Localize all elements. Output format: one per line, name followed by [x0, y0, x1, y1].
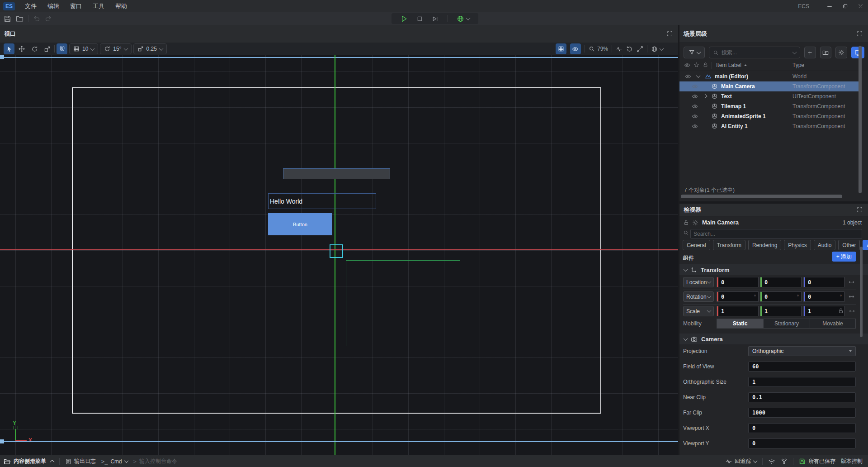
hierarchy-row-tilemap[interactable]: Tilemap 1 TransformComponent [679, 101, 859, 111]
menu-window[interactable]: 窗口 [65, 0, 87, 12]
display-mode-button[interactable] [851, 47, 864, 58]
add-folder-button[interactable] [820, 47, 832, 58]
hierarchy-row-main-camera[interactable]: Main Camera TransformComponent [679, 81, 859, 91]
reset-view-button[interactable] [626, 46, 633, 52]
save-button[interactable] [4, 15, 11, 23]
console-command-input[interactable]: > 输入控制台命令 [133, 457, 177, 465]
camera-section-header[interactable]: Camera [679, 334, 868, 344]
collapse-chevron-icon[interactable] [696, 73, 701, 78]
mobility-movable[interactable]: Movable [810, 319, 856, 329]
grid-snap-dropdown[interactable]: 10 [69, 43, 98, 54]
orthographic-size-input[interactable]: 1 [748, 377, 856, 387]
move-tool[interactable] [16, 43, 27, 54]
tilemap-object[interactable] [283, 168, 390, 179]
fullscreen-icon[interactable] [857, 207, 863, 213]
ui-canvas-handle[interactable] [0, 55, 4, 59]
visibility-toggle-button[interactable] [570, 43, 581, 54]
eye-icon[interactable] [692, 113, 698, 119]
save-status[interactable]: 所有已保存 [799, 457, 835, 465]
location-y-field[interactable]: 0 [760, 277, 802, 287]
maximize-button[interactable] [837, 0, 853, 12]
tab-rendering[interactable]: Rendering [748, 240, 781, 250]
eye-icon[interactable] [692, 123, 698, 129]
scene-canvas[interactable]: Hello World Button Y X [0, 55, 678, 455]
lock-icon[interactable] [683, 219, 689, 226]
zoom-control[interactable]: 79% [589, 46, 608, 52]
link-values-icon[interactable] [849, 308, 855, 315]
near-clip-input[interactable]: 0.1 [748, 392, 856, 402]
eye-icon[interactable] [692, 103, 698, 110]
text-object[interactable]: Hello World [268, 193, 376, 209]
scale-tool[interactable] [42, 43, 52, 54]
tab-physics[interactable]: Physics [784, 240, 811, 250]
step-button[interactable] [432, 15, 439, 22]
sort-by-type-header[interactable]: Type [793, 62, 804, 68]
scale-snap-dropdown[interactable]: 0.25 [133, 43, 167, 54]
viewport-y-input[interactable]: 0 [748, 438, 856, 448]
output-log-button[interactable]: 输出日志 [65, 457, 96, 465]
branch-icon[interactable] [781, 458, 788, 465]
favorite-column-toggle[interactable] [693, 62, 699, 68]
location-x-field[interactable]: 0 [717, 277, 759, 287]
vertical-scrollbar[interactable] [859, 46, 862, 193]
link-values-icon[interactable] [848, 279, 855, 286]
transform-section-header[interactable]: Transform [679, 264, 868, 275]
menu-edit[interactable]: 编辑 [42, 0, 65, 12]
scale-dropdown[interactable]: Scale [683, 306, 714, 316]
mobility-stationary[interactable]: Stationary [763, 319, 810, 329]
fullscreen-icon[interactable] [857, 31, 863, 37]
add-entity-button[interactable] [804, 47, 816, 58]
run-target-dropdown[interactable] [457, 15, 470, 23]
menu-help[interactable]: 帮助 [110, 0, 132, 12]
rotation-x-field[interactable]: 0° [717, 291, 759, 302]
snap-tool[interactable] [57, 43, 67, 54]
scale-x-field[interactable]: 1 [717, 306, 759, 316]
tab-audio[interactable]: Audio [814, 240, 836, 250]
trace-dropdown[interactable]: 回追踪 [726, 457, 757, 465]
ui-canvas-handle[interactable] [0, 439, 4, 443]
rotation-z-field[interactable]: 0° [803, 291, 844, 302]
hierarchy-row-text[interactable]: Text UITextComponent [679, 91, 859, 101]
tab-transform[interactable]: Transform [713, 240, 745, 250]
rotation-dropdown[interactable]: Rotation [683, 291, 714, 302]
eye-icon[interactable] [692, 83, 698, 90]
visibility-column-toggle[interactable] [684, 62, 690, 68]
rotate-tool[interactable] [29, 43, 40, 54]
expand-view-button[interactable] [637, 46, 643, 52]
projection-select[interactable]: Orthographic [748, 346, 856, 356]
gear-icon[interactable] [692, 219, 698, 226]
lock-column-toggle[interactable] [703, 62, 708, 68]
content-drawer-button[interactable]: 内容侧滑菜单 [4, 457, 54, 465]
eye-icon[interactable] [685, 73, 691, 80]
filter-dropdown[interactable] [684, 47, 705, 58]
add-component-button[interactable]: + 添加 [832, 252, 856, 262]
app-logo[interactable]: ES [3, 2, 15, 10]
selection-pivot-handle[interactable] [330, 244, 343, 258]
inspector-search-input[interactable]: Search... [690, 229, 862, 239]
tab-all[interactable]: All [863, 240, 868, 250]
select-tool[interactable] [4, 43, 14, 54]
world-dropdown[interactable] [651, 46, 663, 52]
version-control-button[interactable]: 版本控制 [841, 457, 863, 465]
open-folder-button[interactable] [16, 15, 24, 23]
menu-file[interactable]: 文件 [19, 0, 42, 12]
sort-by-label-header[interactable]: Item Label [716, 62, 747, 68]
grid-toggle-button[interactable] [556, 43, 566, 54]
hierarchy-row-world[interactable]: main (Editor) World [679, 71, 859, 81]
hierarchy-row-ai-entity[interactable]: AI Entity 1 TransformComponent [679, 121, 859, 131]
close-button[interactable] [853, 0, 868, 12]
menu-tools[interactable]: 工具 [87, 0, 110, 12]
eye-icon[interactable] [692, 93, 698, 100]
entity-bounds-rect[interactable] [346, 260, 460, 346]
uniform-scale-lock-icon[interactable] [838, 308, 844, 314]
location-z-field[interactable]: 0 [803, 277, 844, 287]
stats-button[interactable] [616, 46, 623, 52]
far-clip-input[interactable]: 1000 [748, 408, 856, 418]
location-dropdown[interactable]: Location [683, 277, 714, 287]
vertical-scrollbar[interactable] [860, 247, 863, 337]
hierarchy-search-input[interactable]: 搜索... [709, 47, 800, 58]
network-status-icon[interactable] [768, 458, 775, 465]
settings-button[interactable] [835, 47, 847, 58]
rotation-snap-dropdown[interactable]: 15° [100, 43, 131, 54]
scale-y-field[interactable]: 1 [760, 306, 802, 316]
